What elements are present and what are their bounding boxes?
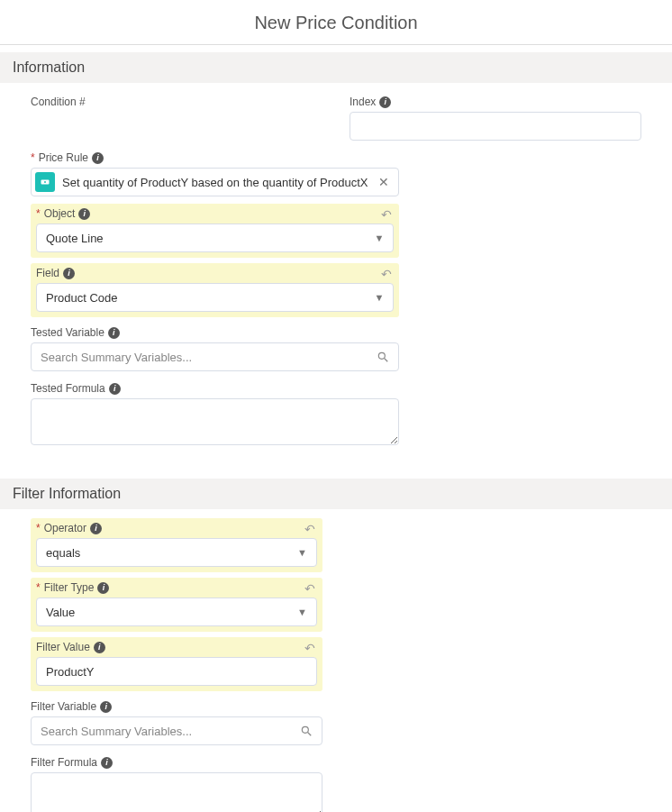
lookup-filter-variable-placeholder: Search Summary Variables... bbox=[41, 725, 192, 738]
label-operator: Operator bbox=[44, 522, 86, 534]
undo-icon[interactable]: ↶ bbox=[304, 581, 315, 596]
label-condition-number: Condition # bbox=[31, 96, 86, 108]
undo-icon[interactable]: ↶ bbox=[304, 641, 315, 655]
info-icon[interactable]: i bbox=[97, 582, 109, 594]
label-filter-formula: Filter Formula bbox=[31, 756, 97, 769]
lookup-filter-variable[interactable]: Search Summary Variables... bbox=[31, 716, 322, 745]
svg-line-5 bbox=[308, 733, 312, 736]
price-rule-record-icon bbox=[35, 172, 55, 192]
select-object-value: Quote Line bbox=[46, 232, 104, 245]
info-icon[interactable]: i bbox=[108, 327, 120, 339]
info-icon[interactable]: i bbox=[78, 208, 90, 220]
info-icon[interactable]: i bbox=[92, 152, 104, 164]
select-field-value: Product Code bbox=[46, 291, 118, 305]
page-title: New Price Condition bbox=[0, 0, 672, 45]
select-operator-value: equals bbox=[46, 546, 80, 560]
label-tested-variable: Tested Variable bbox=[31, 326, 104, 339]
input-index[interactable] bbox=[350, 112, 641, 141]
svg-line-3 bbox=[385, 359, 388, 362]
info-icon[interactable]: i bbox=[109, 383, 121, 395]
undo-icon[interactable]: ↶ bbox=[381, 207, 392, 222]
textarea-tested-formula[interactable] bbox=[31, 398, 399, 445]
select-operator[interactable]: equals ▼ bbox=[36, 538, 317, 567]
svg-point-1 bbox=[44, 181, 46, 183]
svg-point-2 bbox=[379, 352, 386, 359]
svg-point-4 bbox=[302, 726, 308, 733]
required-marker: * bbox=[36, 207, 41, 220]
select-field[interactable]: Product Code ▼ bbox=[36, 283, 394, 312]
chevron-down-icon: ▼ bbox=[375, 292, 385, 303]
select-object[interactable]: Quote Line ▼ bbox=[36, 224, 394, 252]
section-header-information: Information bbox=[0, 52, 672, 83]
lookup-price-rule-value: Set quantity of ProductY based on the qu… bbox=[62, 176, 368, 189]
required-marker: * bbox=[31, 151, 35, 164]
required-marker: * bbox=[36, 581, 41, 594]
info-icon[interactable]: i bbox=[90, 523, 102, 534]
lookup-tested-variable[interactable]: Search Summary Variables... bbox=[31, 342, 399, 371]
undo-icon[interactable]: ↶ bbox=[381, 267, 392, 281]
search-icon bbox=[300, 725, 313, 737]
info-icon[interactable]: i bbox=[100, 701, 112, 713]
label-field: Field bbox=[36, 267, 59, 279]
input-filter-value[interactable] bbox=[36, 657, 317, 686]
select-filter-type-value: Value bbox=[46, 606, 75, 619]
label-filter-type: Filter Type bbox=[44, 581, 95, 594]
search-icon bbox=[377, 351, 389, 363]
info-icon[interactable]: i bbox=[101, 757, 113, 769]
info-icon[interactable]: i bbox=[379, 96, 391, 108]
close-icon[interactable]: ✕ bbox=[375, 175, 393, 189]
textarea-filter-formula[interactable] bbox=[31, 772, 322, 812]
label-filter-variable: Filter Variable bbox=[31, 700, 96, 713]
info-icon[interactable]: i bbox=[94, 642, 105, 653]
chevron-down-icon: ▼ bbox=[375, 233, 385, 243]
chevron-down-icon: ▼ bbox=[297, 607, 307, 617]
label-tested-formula: Tested Formula bbox=[31, 382, 105, 395]
label-price-rule: Price Rule bbox=[39, 151, 88, 164]
label-object: Object bbox=[44, 207, 76, 220]
select-filter-type[interactable]: Value ▼ bbox=[36, 598, 317, 626]
label-filter-value: Filter Value bbox=[36, 641, 90, 653]
required-marker: * bbox=[36, 522, 41, 534]
chevron-down-icon: ▼ bbox=[297, 547, 307, 558]
lookup-tested-variable-placeholder: Search Summary Variables... bbox=[41, 351, 192, 364]
lookup-price-rule[interactable]: Set quantity of ProductY based on the qu… bbox=[31, 168, 399, 196]
section-header-filter: Filter Information bbox=[0, 479, 672, 509]
undo-icon[interactable]: ↶ bbox=[304, 522, 315, 536]
label-index: Index bbox=[350, 96, 376, 108]
info-icon[interactable]: i bbox=[63, 268, 75, 279]
